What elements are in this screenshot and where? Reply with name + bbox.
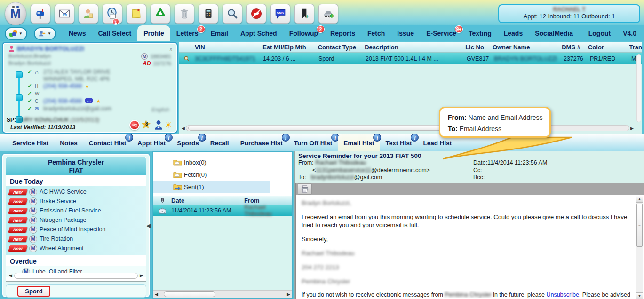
cell-phone[interactable]: (204) 938-4588 xyxy=(43,98,82,105)
tab-turn-off-hist[interactable]: Turn Off Histi xyxy=(288,134,338,151)
tab-followup[interactable]: Followup2 xyxy=(283,25,324,41)
sms-capable-icon[interactable]: … xyxy=(85,98,93,103)
do-not-call-icon[interactable] xyxy=(246,4,266,24)
vehicle-table-hscrollbar[interactable]: ◀ ▶ xyxy=(182,125,634,132)
logout-button[interactable]: Logout xyxy=(588,30,611,37)
scroll-down-icon[interactable]: ▼ xyxy=(636,292,643,299)
spord-button[interactable]: Spord xyxy=(17,286,50,297)
email-body-toolbar xyxy=(295,183,644,195)
scroll-left-icon[interactable]: ◀ xyxy=(182,126,185,131)
scroll-up-icon[interactable]: ▲ xyxy=(636,196,643,203)
new-badge: new xyxy=(8,245,27,252)
tab-profile[interactable]: Profile xyxy=(137,25,170,41)
email-list-hscrollbar[interactable]: ◀ ▶ xyxy=(153,290,292,298)
sun-icon[interactable]: ☀ xyxy=(165,120,172,130)
col-date[interactable]: Date xyxy=(171,197,244,204)
tab-issue[interactable]: Issue xyxy=(391,25,420,41)
service-item[interactable]: newMPeace of Mind Inspection xyxy=(9,225,146,234)
exit-icon[interactable]: + xyxy=(294,4,314,24)
tab-text-hist[interactable]: Text Histi xyxy=(380,134,417,151)
tab-call-select[interactable]: Call Select xyxy=(92,25,137,41)
col-dms[interactable]: DMS # xyxy=(560,44,586,51)
scroll-left-icon[interactable]: ◀ xyxy=(9,273,12,278)
star-rating-badge[interactable]: ★ 8 xyxy=(141,119,152,131)
vehicle-table-vscrollbar[interactable] xyxy=(636,54,641,122)
panel-collapse-icon[interactable]: ◀ xyxy=(146,222,151,229)
tab-letters[interactable]: Letters2 xyxy=(170,25,205,41)
col-tran[interactable]: Tran xyxy=(628,44,642,51)
tab-socialmedia[interactable]: SocialMedia xyxy=(529,25,579,41)
scroll-right-icon[interactable]: ▶ xyxy=(630,126,634,131)
inquiry-badge[interactable]: INQ xyxy=(129,120,140,130)
scroll-left-icon[interactable]: ◀ xyxy=(155,292,158,297)
vehicle-row[interactable]: 3C3CFFFH8DT541971 14,203 / 6 ... Spord 2… xyxy=(179,53,642,64)
tab-texting[interactable]: Texting xyxy=(462,25,498,41)
sms-icon[interactable]: SMS xyxy=(270,4,290,24)
home-phone-label: H xyxy=(35,83,40,90)
service-item[interactable]: newMEmission / Fuel Service xyxy=(9,206,146,215)
scroll-thumb[interactable]: ≡ xyxy=(636,204,643,247)
calculator-icon[interactable] xyxy=(199,4,218,24)
tab-email-hist[interactable]: Email Histi xyxy=(338,134,380,151)
contact-mode-dropdown[interactable]: ▼ xyxy=(34,27,56,40)
modules-dropdown[interactable]: ▼ xyxy=(5,27,27,40)
col-color[interactable]: Color xyxy=(586,44,628,51)
notes-icon[interactable] xyxy=(127,4,146,24)
service-item[interactable]: newMAC HVAC Service xyxy=(9,187,146,197)
tab-contact-hist[interactable]: Contact Histi xyxy=(83,134,132,151)
customer-email[interactable]: bradynbortoluzzi@gail.com xyxy=(43,105,111,112)
tab-notes[interactable]: Notes xyxy=(54,134,83,151)
tab-fetch[interactable]: Fetch xyxy=(361,25,391,41)
mailbox-icon[interactable] xyxy=(31,4,50,24)
service-item[interactable]: newMTire Rotation xyxy=(9,234,146,244)
email-icon[interactable]: @ xyxy=(55,4,74,24)
scroll-right-icon[interactable]: ▶ xyxy=(287,292,290,297)
service-item[interactable]: newMWheel Alignment xyxy=(9,244,146,253)
col-lic-no[interactable]: Lic No xyxy=(463,44,491,51)
add-vehicle-icon[interactable]: + xyxy=(318,4,338,24)
col-description[interactable]: Description xyxy=(363,44,463,51)
tab-e-service[interactable]: E-Service9+ xyxy=(420,25,462,41)
contact-icon[interactable] xyxy=(79,4,98,24)
home-phone[interactable]: (204) 938-4588 xyxy=(43,83,82,90)
scroll-right-icon[interactable]: ▶ xyxy=(140,273,143,278)
folder-sent[interactable]: Sent(1) xyxy=(153,181,270,193)
tab-appt-sched[interactable]: Appt Sched xyxy=(234,25,283,41)
search-icon[interactable] xyxy=(223,4,242,24)
folder-fetch[interactable]: Fetch(0) xyxy=(153,168,292,181)
signature-company: Pembina Chrysler xyxy=(302,277,631,285)
dealer-brand: FIAT xyxy=(6,166,146,174)
tab-purchase-hist[interactable]: Purchase Histi xyxy=(235,134,288,151)
tab-news[interactable]: News xyxy=(63,25,92,41)
tab-recall[interactable]: Recall xyxy=(205,134,235,151)
trash-icon[interactable] xyxy=(175,4,194,24)
row-search-icon[interactable] xyxy=(179,55,193,62)
print-button[interactable] xyxy=(298,183,312,195)
col-owner-name[interactable]: Owner Name xyxy=(491,44,560,51)
tab-spords[interactable]: Spordsi xyxy=(171,134,205,151)
email-body-vscrollbar[interactable]: ▲ ≡ ▼ xyxy=(636,196,643,299)
col-from[interactable]: From xyxy=(244,197,292,204)
tab-appt-hist[interactable]: Appt Histi xyxy=(132,134,171,151)
scroll-thumb[interactable] xyxy=(164,291,215,297)
service-item[interactable]: newMBrake Service xyxy=(9,197,146,206)
recycle-icon[interactable] xyxy=(151,4,170,24)
service-item[interactable]: newMNitrogen Package xyxy=(9,215,146,225)
col-vin[interactable]: VIN xyxy=(193,44,261,51)
close-icon[interactable]: x xyxy=(170,46,173,52)
tab-reports[interactable]: Reports xyxy=(324,25,361,41)
person-talk-icon xyxy=(39,30,46,37)
email-list-row[interactable]: 11/4/2014 11:23:56 AM Rachael Thibodeau xyxy=(153,205,292,216)
col-contact-type[interactable]: Contact Type xyxy=(316,44,363,51)
col-est-mil[interactable]: Est Mil/Elp Mth xyxy=(261,44,316,51)
tab-email[interactable]: Email xyxy=(205,25,234,41)
schedule-icon[interactable]: 1 xyxy=(103,4,122,24)
tab-leads[interactable]: Leads xyxy=(498,25,529,41)
household-badge[interactable]: 1 xyxy=(154,120,163,130)
services-hscrollbar[interactable]: ◀ ▶ xyxy=(9,272,143,279)
folder-inbox[interactable]: Inbox(0) xyxy=(153,156,292,168)
tab-service-hist[interactable]: Service Hist xyxy=(7,134,54,151)
dealermine-logo-icon[interactable]: M xyxy=(5,2,26,25)
unsubscribe-link[interactable]: Unsubscribe xyxy=(546,291,579,298)
email-folders-panel: Inbox(0) Fetch(0) Sent(1) Date From 11/4… xyxy=(152,151,293,299)
